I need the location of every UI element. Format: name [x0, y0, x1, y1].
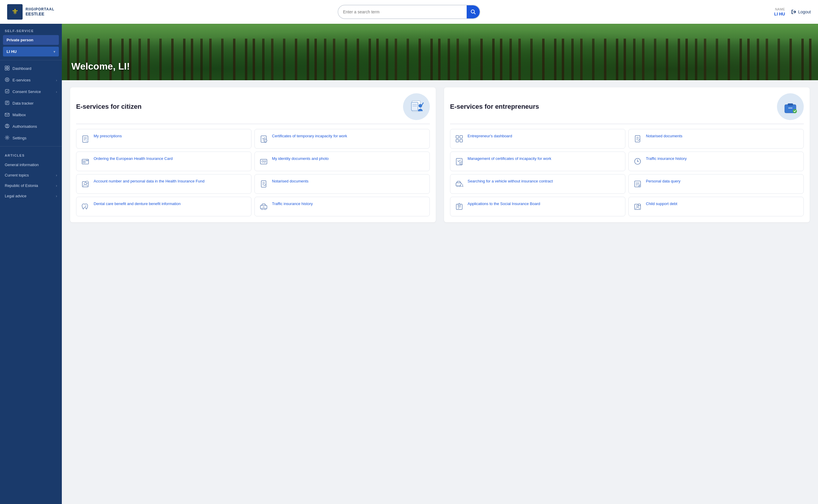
citizen-card-temp-incapacity[interactable]: Certificates of temporary incapacity for… [254, 129, 430, 149]
data-tracker-label: Data tracker [12, 101, 57, 105]
sidebar-item-eservices[interactable]: E-services › [0, 74, 62, 86]
sidebar-user-name: LI HU [7, 49, 17, 54]
sidebar-divider [0, 60, 62, 60]
citizen-card-european-card[interactable]: + Ordering the European Health Insurance… [76, 152, 251, 171]
svg-point-95 [637, 205, 638, 207]
personal-data-label: Personal data query [646, 179, 680, 184]
notarised-ent-label: Notarised documents [646, 133, 682, 139]
traffic-hist-label: Traffic insurance history [646, 156, 687, 161]
current-topics-arrow: › [56, 173, 57, 177]
logo-text: RIIGIPORTAAL EESTI.EE [26, 7, 54, 16]
citizen-card-traffic[interactable]: Traffic insurance history [254, 197, 430, 216]
svg-rect-15 [5, 113, 9, 116]
entrepreneur-card-social[interactable]: Applications to the Social Insurance Boa… [450, 197, 625, 216]
svg-point-8 [5, 78, 9, 82]
search-icon [471, 9, 476, 15]
mailbox-icon [5, 112, 10, 118]
entrepreneur-card-notarised[interactable]: Notarised documents [628, 129, 804, 149]
european-card-label: Ordering the European Health Insurance C… [94, 156, 173, 161]
svg-rect-40 [83, 162, 85, 163]
child-support-icon: i [632, 201, 643, 212]
sidebar-item-current-topics[interactable]: Current topics › [0, 170, 62, 180]
sidebar-item-settings[interactable]: Settings [0, 132, 62, 144]
search-vehicle-icon [454, 179, 465, 189]
svg-point-79 [457, 185, 458, 187]
temp-incapacity-label: Certificates of temporary incapacity for… [272, 133, 347, 139]
entrepreneur-services-panel: E-services for entrepreneurs [444, 87, 810, 222]
dental-icon [80, 201, 91, 212]
european-card-icon: + [80, 156, 91, 167]
sidebar-item-republic[interactable]: Republic of Estonia › [0, 180, 62, 191]
sidebar-item-data-tracker[interactable]: Data tracker [0, 97, 62, 109]
svg-point-59 [263, 207, 264, 208]
search-vehicle-label: Searching for a vehicle without insuranc… [468, 179, 553, 184]
sidebar-item-authorisations[interactable]: Authorisations [0, 121, 62, 132]
legal-label: Legal advice [5, 194, 26, 198]
svg-rect-66 [456, 136, 459, 138]
entrepreneur-dashboard-icon [454, 133, 465, 144]
notarised-citizen-label: Notarised documents [272, 179, 309, 184]
prescriptions-label: My prescriptions [94, 133, 122, 139]
entrepreneur-card-child-support[interactable]: i Child support debt [628, 197, 804, 216]
account-health-label: Account number and personal data in the … [94, 179, 205, 184]
traffic-citizen-icon [258, 201, 269, 212]
logo-area: ⚜ RIIGIPORTAAL EESTI.EE [7, 4, 55, 20]
svg-text:+: + [87, 159, 88, 161]
header: ⚜ RIIGIPORTAAL EESTI.EE NAME LI HU [0, 0, 818, 24]
eservices-icon [5, 77, 10, 83]
sidebar-item-dashboard[interactable]: Dashboard [0, 63, 62, 74]
account-health-icon: ₊ [80, 179, 91, 189]
consent-arrow-icon: › [56, 90, 57, 94]
svg-text:₊: ₊ [86, 181, 88, 183]
dashboard-icon [5, 66, 10, 71]
citizen-card-notarised[interactable]: Notarised documents [254, 174, 430, 194]
svg-rect-90 [456, 204, 462, 210]
hero: Welcome, LI! [62, 24, 818, 80]
services-grid: E-services for citizen [70, 87, 810, 222]
entrepreneur-card-mgmt-incapacity[interactable]: Management of certificates of incapacity… [450, 152, 625, 171]
entrepreneur-card-search-vehicle[interactable]: Searching for a vehicle without insuranc… [450, 174, 625, 194]
svg-text:⚜: ⚜ [12, 7, 18, 16]
entrepreneur-card-traffic-hist[interactable]: Traffic insurance history [628, 152, 804, 171]
search-button[interactable] [467, 5, 480, 18]
sidebar-item-legal[interactable]: Legal advice › [0, 191, 62, 201]
svg-rect-70 [635, 136, 640, 142]
republic-label: Republic of Estonia [5, 183, 38, 188]
svg-point-18 [7, 137, 8, 138]
svg-point-44 [262, 160, 264, 162]
eservices-label: E-services [12, 78, 53, 82]
sidebar-item-consent[interactable]: Consent Service › [0, 86, 62, 97]
sidebar-divider-2 [0, 146, 62, 147]
mgmt-incapacity-icon [454, 156, 465, 167]
citizen-card-account-health[interactable]: ₊ Account number and personal data in th… [76, 174, 251, 194]
private-person-button[interactable]: Private person [3, 35, 59, 45]
consent-icon [5, 89, 10, 95]
svg-rect-24 [411, 102, 418, 111]
citizen-illustration [403, 93, 430, 120]
sidebar-user-row[interactable]: LI HU ▾ [3, 47, 59, 56]
articles-label: ARTICLES [0, 149, 62, 160]
citizen-services-panel: E-services for citizen [70, 87, 436, 222]
general-info-label: General information [0, 160, 62, 170]
citizen-panel-header: E-services for citizen [76, 93, 430, 124]
logout-label: Logout [798, 10, 811, 14]
hero-forest [62, 24, 818, 80]
personal-data-icon [632, 179, 643, 189]
main-content: Welcome, LI! E-services for citizen [62, 24, 818, 504]
sidebar-item-mailbox[interactable]: Mailbox [0, 109, 62, 121]
svg-point-77 [637, 161, 638, 162]
search-input[interactable] [338, 7, 467, 17]
dental-label: Dental care benefit and denture benefit … [94, 201, 181, 207]
temp-incapacity-icon [258, 133, 269, 144]
citizen-card-dental[interactable]: Dental care benefit and denture benefit … [76, 197, 251, 216]
citizen-card-prescriptions[interactable]: ₊ My prescriptions [76, 129, 251, 149]
svg-rect-7 [7, 68, 9, 70]
entrepreneur-card-dashboard[interactable]: Entrepreneur's dashboard [450, 129, 625, 149]
entrepreneur-card-personal-data[interactable]: Personal data query [628, 174, 804, 194]
svg-rect-69 [460, 139, 463, 142]
citizen-card-identity[interactable]: My identity documents and photo [254, 152, 430, 171]
logout-button[interactable]: Logout [791, 9, 811, 15]
user-info: NAME LI HU [774, 7, 785, 17]
dashboard-label: Dashboard [12, 66, 57, 71]
svg-rect-4 [5, 66, 7, 68]
